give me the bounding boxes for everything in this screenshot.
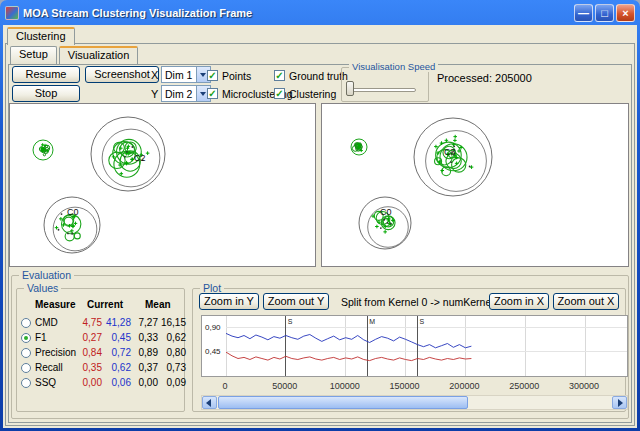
app-icon [5, 6, 19, 20]
svg-text:C3: C3 [444, 147, 456, 157]
stop-button[interactable]: Stop [12, 85, 80, 102]
measure-name: SSQ [35, 377, 79, 388]
values-title: Values [24, 282, 61, 294]
x-tick-label: 0 [222, 381, 227, 391]
tab-setup[interactable]: Setup [10, 46, 57, 64]
x-dimension-select[interactable]: Dim 1 [161, 66, 211, 83]
svg-text:S: S [288, 318, 293, 325]
mean-value-a: 0,00 [133, 377, 160, 388]
current-value-a: 4,75 [79, 317, 104, 328]
plot-scrollbar[interactable] [201, 395, 628, 410]
measure-name: Recall [35, 362, 79, 373]
mean-value-b: 0,09 [160, 377, 188, 388]
checkbox-box: ✓ [274, 70, 285, 81]
measure-radio[interactable] [21, 348, 31, 358]
tab-clustering[interactable]: Clustering [7, 27, 75, 45]
measure-radio[interactable] [21, 378, 31, 388]
checkbox-label: Clustering [289, 88, 336, 100]
zoom-in-y-button[interactable]: Zoom in Y [199, 293, 259, 310]
mean-value-b: 0,80 [160, 347, 188, 358]
mean-value-a: 7,27 [133, 317, 160, 328]
svg-text:0,90: 0,90 [205, 323, 221, 332]
measure-name: F1 [35, 332, 79, 343]
svg-text:M: M [369, 318, 375, 325]
mean-value-b: 0,62 [160, 332, 188, 343]
measure-name: Precision [35, 347, 79, 358]
measure-row-f1[interactable]: F10,270,450,330,62 [19, 330, 182, 345]
zoom-in-x-button[interactable]: Zoom in X [489, 293, 549, 310]
cluster-svg-left: C2C0 [10, 104, 315, 266]
plot-svg: SMS0,900,45 [202, 316, 627, 376]
y-dimension-value: Dim 2 [165, 88, 192, 100]
current-value-a: 0,00 [79, 377, 104, 388]
checkbox-label: Ground truth [289, 70, 348, 82]
current-value-a: 0,84 [79, 347, 104, 358]
clustering-pane: Setup Visualization Resume Screenshot St… [5, 43, 635, 426]
header-measure: Measure [35, 299, 76, 310]
checkbox-box: ✓ [274, 88, 285, 99]
evaluation-group: Evaluation Values Measure Current Mean C… [11, 275, 629, 419]
speed-slider-track[interactable] [350, 88, 416, 92]
measure-row-ssq[interactable]: SSQ0,000,060,000,09 [19, 375, 182, 390]
main-tabstrip: Clustering [3, 25, 637, 44]
minimize-button[interactable]: — [574, 4, 593, 22]
processed-counter: Processed: 205000 [437, 72, 532, 84]
x-tick-label: 150000 [390, 381, 420, 391]
values-group: Values Measure Current Mean CMD4,7541,28… [16, 288, 185, 412]
mean-value-a: 0,37 [133, 362, 160, 373]
svg-text:S: S [420, 318, 425, 325]
screenshot-button[interactable]: Screenshot [85, 66, 159, 83]
checkbox-clustering[interactable]: ✓Clustering [274, 87, 336, 100]
plot-x-tick-labels: 050000100000150000200000250000300000 [201, 381, 628, 391]
x-axis-label: X [151, 69, 158, 81]
evaluation-title: Evaluation [19, 269, 74, 281]
checkbox-ground-truth[interactable]: ✓Ground truth [274, 69, 348, 82]
zoom-out-x-button[interactable]: Zoom out X [553, 293, 619, 310]
visualization-pane: Resume Screenshot Stop X Dim 1 Y Dim 2 ✓… [8, 64, 632, 423]
x-tick-label: 50000 [272, 381, 297, 391]
mean-value-a: 0,89 [133, 347, 160, 358]
x-tick-label: 250000 [509, 381, 539, 391]
checkbox-box: ✓ [207, 70, 218, 81]
y-dimension-select[interactable]: Dim 2 [161, 85, 211, 102]
window-title: MOA Stream Clustering Visualization Fram… [23, 7, 574, 19]
svg-text:C2: C2 [134, 153, 146, 163]
close-button[interactable]: × [616, 4, 635, 22]
scroll-left-arrow-icon[interactable] [202, 396, 217, 409]
checkbox-points[interactable]: ✓Points [207, 69, 251, 82]
values-table-body: CMD4,7541,287,2716,15F10,270,450,330,62P… [19, 315, 182, 390]
cluster-canvas-left: C2C0 [9, 103, 316, 267]
cluster-canvas-right: C3C0 [321, 103, 629, 267]
measure-radio[interactable] [21, 363, 31, 373]
scroll-right-arrow-icon[interactable] [612, 396, 627, 409]
measure-radio[interactable] [21, 333, 31, 343]
measure-radio[interactable] [21, 318, 31, 328]
mean-value-a: 0,33 [133, 332, 160, 343]
tab-visualization[interactable]: Visualization [59, 46, 139, 64]
svg-text:C0: C0 [380, 207, 392, 217]
header-current: Current [87, 299, 123, 310]
measure-row-recall[interactable]: Recall0,350,620,370,73 [19, 360, 182, 375]
app-window: MOA Stream Clustering Visualization Fram… [0, 0, 640, 431]
titlebar[interactable]: MOA Stream Clustering Visualization Fram… [0, 0, 640, 25]
x-dimension-value: Dim 1 [165, 69, 192, 81]
x-tick-label: 100000 [330, 381, 360, 391]
mean-value-b: 16,15 [160, 317, 188, 328]
measure-row-precision[interactable]: Precision0,840,720,890,80 [19, 345, 182, 360]
scrollbar-thumb[interactable] [218, 396, 468, 409]
measure-row-cmd[interactable]: CMD4,7541,287,2716,15 [19, 315, 182, 330]
speed-slider-thumb[interactable] [346, 81, 354, 96]
maximize-button[interactable]: □ [595, 4, 614, 22]
sub-tabstrip: Setup Visualization [6, 44, 634, 63]
current-value-b: 0,45 [104, 332, 133, 343]
checkbox-label: Points [222, 70, 251, 82]
current-value-a: 0,27 [79, 332, 104, 343]
zoom-out-y-button[interactable]: Zoom out Y [263, 293, 329, 310]
visualisation-speed-group: Visualisation Speed [341, 67, 429, 102]
measure-name: CMD [35, 317, 79, 328]
resume-button[interactable]: Resume [12, 66, 80, 83]
current-value-b: 0,72 [104, 347, 133, 358]
checkbox-box: ✓ [207, 88, 218, 99]
svg-text:C0: C0 [67, 207, 79, 217]
measure-plot: SMS0,900,45 [201, 315, 628, 377]
